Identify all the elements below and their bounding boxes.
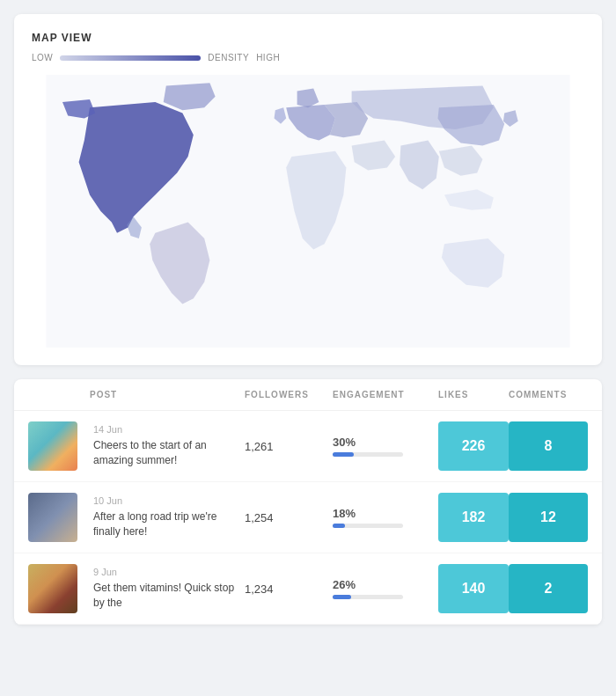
col-header-empty: [28, 390, 90, 399]
engagement-bar-bg-1: [333, 452, 403, 457]
engagement-bar-fill-2: [333, 524, 345, 528]
engagement-bar-bg-3: [333, 595, 403, 599]
engagement-3: 26%: [333, 578, 438, 599]
engagement-pct-3: 26%: [333, 578, 438, 591]
post-text-3: Get them vitamins! Quick stop by the: [93, 581, 245, 611]
table-row: 14 Jun Cheers to the start of an amazing…: [14, 411, 602, 482]
comments-1: 8: [509, 421, 588, 471]
engagement-pct-2: 18%: [333, 507, 438, 520]
col-header-followers: FOLLOWERS: [245, 390, 333, 399]
engagement-bar-fill-1: [333, 452, 354, 457]
post-date-2: 10 Jun: [93, 495, 245, 506]
density-high-label: HIGH: [256, 53, 280, 62]
map-card: MAP VIEW LOW DENSITY HIGH: [14, 14, 602, 365]
post-date-1: 14 Jun: [93, 424, 245, 435]
post-info-3: 9 Jun Get them vitamins! Quick stop by t…: [90, 567, 245, 611]
post-info-1: 14 Jun Cheers to the start of an amazing…: [90, 424, 245, 468]
likes-2: 182: [438, 493, 509, 542]
engagement-pct-1: 30%: [333, 436, 438, 449]
engagement-bar-bg-2: [333, 524, 403, 528]
post-thumbnail-2: [28, 493, 90, 542]
col-header-post: POST: [90, 390, 245, 399]
density-gradient-bar: [60, 55, 201, 61]
table-row: 9 Jun Get them vitamins! Quick stop by t…: [14, 553, 602, 625]
table-row: 10 Jun After a long road trip we're fina…: [14, 482, 602, 553]
engagement-bar-fill-3: [333, 595, 351, 599]
table-header: POST FOLLOWERS ENGAGEMENT LIKES COMMENTS: [14, 379, 602, 411]
post-date-3: 9 Jun: [93, 567, 245, 577]
post-thumbnail-1: [28, 421, 90, 471]
density-low-label: LOW: [32, 53, 53, 62]
followers-2: 1,254: [245, 511, 333, 524]
col-header-comments: COMMENTS: [509, 390, 588, 399]
density-legend: LOW DENSITY HIGH: [32, 53, 584, 62]
post-text-2: After a long road trip we're finally her…: [93, 509, 245, 539]
density-label: DENSITY: [208, 53, 249, 62]
post-info-2: 10 Jun After a long road trip we're fina…: [90, 495, 245, 539]
followers-1: 1,261: [245, 440, 333, 453]
engagement-2: 18%: [333, 507, 438, 528]
col-header-likes: LIKES: [438, 390, 509, 399]
post-text-1: Cheers to the start of an amazing summer…: [93, 438, 245, 468]
col-header-engagement: ENGAGEMENT: [333, 390, 438, 399]
engagement-1: 30%: [333, 436, 438, 457]
post-thumbnail-3: [28, 564, 90, 613]
comments-3: 2: [509, 564, 588, 613]
comments-2: 12: [509, 493, 588, 542]
likes-1: 226: [438, 421, 509, 471]
posts-table: POST FOLLOWERS ENGAGEMENT LIKES COMMENTS…: [14, 379, 602, 625]
map-title: MAP VIEW: [32, 32, 584, 44]
likes-3: 140: [438, 564, 509, 613]
followers-3: 1,234: [245, 582, 333, 596]
world-map: [32, 75, 584, 348]
